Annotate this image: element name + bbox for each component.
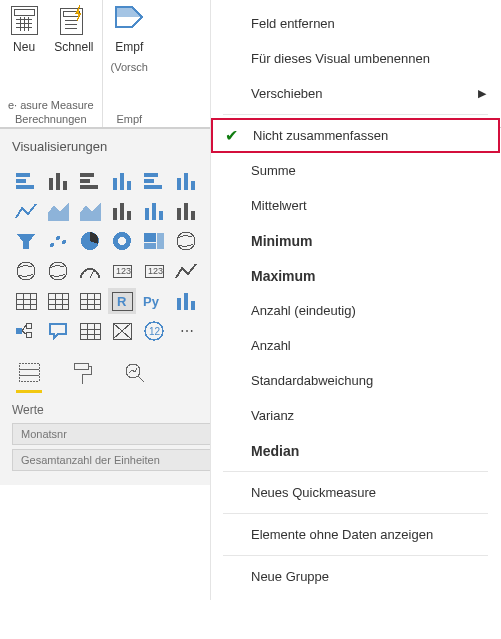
menu-rename-visual[interactable]: Für dieses Visual umbenennen xyxy=(211,41,500,76)
menu-average[interactable]: Mittelwert xyxy=(211,188,500,223)
viz-matrix[interactable] xyxy=(76,288,104,314)
viz-area[interactable] xyxy=(44,198,72,224)
viz-decomposition[interactable] xyxy=(12,318,40,344)
svg-rect-23 xyxy=(120,173,124,190)
svg-rect-75 xyxy=(177,298,181,310)
svg-rect-25 xyxy=(144,173,158,177)
analytics-tab[interactable] xyxy=(122,358,148,393)
viz-ribbon[interactable] xyxy=(140,198,168,224)
svg-point-49 xyxy=(177,232,195,250)
viz-line-column[interactable] xyxy=(108,198,136,224)
menu-minimum[interactable]: Minimum xyxy=(211,223,500,258)
menu-dont-summarize[interactable]: ✔ Nicht zusammenfassen xyxy=(211,118,500,153)
menu-variance[interactable]: Varianz xyxy=(211,398,500,433)
svg-rect-14 xyxy=(16,179,26,183)
svg-rect-67 xyxy=(80,293,100,309)
svg-rect-97 xyxy=(74,363,88,369)
viz-waterfall[interactable] xyxy=(172,198,200,224)
calculator-bolt-icon xyxy=(58,4,90,36)
menu-count[interactable]: Anzahl xyxy=(211,328,500,363)
visualization-grid: 123123RPy12⋯ xyxy=(12,168,198,344)
viz-paginated[interactable] xyxy=(76,318,104,344)
menu-move-label: Verschieben xyxy=(251,86,323,101)
svg-text:Py: Py xyxy=(143,294,160,309)
svg-rect-13 xyxy=(16,173,30,177)
svg-rect-1 xyxy=(14,9,34,15)
group-caption-sensitivity: Empf xyxy=(116,113,142,125)
svg-point-40 xyxy=(50,243,54,247)
viz-python-visual[interactable]: Py xyxy=(140,288,168,314)
viz-scatter[interactable] xyxy=(44,228,72,254)
svg-rect-48 xyxy=(144,243,156,249)
svg-rect-22 xyxy=(113,178,117,190)
paint-roller-icon xyxy=(72,362,92,384)
format-tab[interactable] xyxy=(70,358,94,393)
new-measure-button[interactable]: Neu xyxy=(8,4,40,56)
menu-sum[interactable]: Summe xyxy=(211,153,500,188)
viz-slicer[interactable] xyxy=(12,288,40,314)
submenu-arrow-icon: ▶ xyxy=(478,87,486,100)
viz-kpi[interactable] xyxy=(172,258,200,284)
fields-tab[interactable] xyxy=(16,358,42,393)
menu-move[interactable]: Verschieben ▶ xyxy=(211,76,500,111)
svg-text:⋯: ⋯ xyxy=(180,323,194,339)
sensitivity-button[interactable]: Empf (Vorsch xyxy=(111,4,148,74)
viz-donut[interactable] xyxy=(108,228,136,254)
viz-funnel[interactable] xyxy=(12,228,40,254)
viz-key-influencers[interactable] xyxy=(172,288,200,314)
viz-q-and-a[interactable] xyxy=(44,318,72,344)
measure-sublabel: e· asure Measure xyxy=(8,99,94,111)
viz-filled-map[interactable] xyxy=(12,258,40,284)
svg-rect-47 xyxy=(157,233,164,249)
menu-stddev[interactable]: Standardabweichung xyxy=(211,363,500,398)
viz-gauge[interactable] xyxy=(76,258,104,284)
viz-clustered-column[interactable] xyxy=(108,168,136,194)
svg-rect-20 xyxy=(80,179,90,183)
menu-median[interactable]: Median xyxy=(211,433,500,468)
menu-separator xyxy=(223,471,488,472)
viz-line[interactable] xyxy=(12,198,40,224)
viz-treemap[interactable] xyxy=(140,228,168,254)
svg-point-41 xyxy=(56,236,60,240)
viz-stacked-bar[interactable] xyxy=(12,168,40,194)
quick-measure-button[interactable]: Schnell xyxy=(54,4,93,56)
values-section-label: Werte xyxy=(12,403,198,417)
viz-stacked-area[interactable] xyxy=(76,198,104,224)
viz-shape-map[interactable] xyxy=(44,258,72,284)
check-icon: ✔ xyxy=(225,126,238,145)
svg-rect-94 xyxy=(19,363,39,381)
svg-text:R: R xyxy=(117,294,127,309)
svg-rect-24 xyxy=(127,181,131,190)
viz-r-visual[interactable]: R xyxy=(108,288,136,314)
svg-point-50 xyxy=(17,262,35,280)
viz-map[interactable] xyxy=(172,228,200,254)
menu-new-quickmeasure[interactable]: Neues Quickmeasure xyxy=(211,475,500,510)
viz-arcgis[interactable] xyxy=(108,318,136,344)
viz-column-100[interactable] xyxy=(172,168,200,194)
viz-clustered-bar[interactable] xyxy=(44,168,72,194)
viz-stacked-bar-100[interactable] xyxy=(140,168,168,194)
svg-point-45 xyxy=(118,237,126,245)
quick-measure-label: Schnell xyxy=(54,40,93,56)
svg-rect-35 xyxy=(152,203,156,220)
menu-count-distinct[interactable]: Anzahl (eindeutig) xyxy=(211,293,500,328)
viz-pie[interactable] xyxy=(76,228,104,254)
viz-powerapps[interactable]: 12 xyxy=(140,318,168,344)
svg-rect-37 xyxy=(177,208,181,220)
svg-rect-77 xyxy=(191,301,195,310)
viz-table[interactable] xyxy=(44,288,72,314)
svg-rect-78 xyxy=(16,328,22,334)
svg-line-99 xyxy=(138,376,144,382)
svg-rect-83 xyxy=(80,323,100,339)
svg-rect-39 xyxy=(191,211,195,220)
viz-card[interactable]: 123 xyxy=(108,258,136,284)
menu-remove-field[interactable]: Feld entfernen xyxy=(211,6,500,41)
menu-new-group[interactable]: Neue Gruppe xyxy=(211,559,500,594)
svg-text:123: 123 xyxy=(116,266,131,276)
viz-multi-card[interactable]: 123 xyxy=(140,258,168,284)
viz-stacked-column[interactable] xyxy=(76,168,104,194)
svg-rect-16 xyxy=(49,178,53,190)
menu-maximum[interactable]: Maximum xyxy=(211,258,500,293)
menu-show-no-data[interactable]: Elemente ohne Daten anzeigen xyxy=(211,517,500,552)
viz-custom[interactable]: ⋯ xyxy=(172,318,200,344)
